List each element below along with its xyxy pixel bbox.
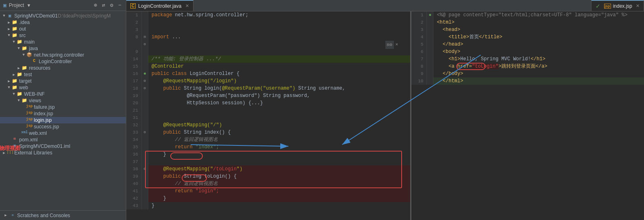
right-code-area[interactable]: 1 ● <%@ page contentType="text/html;char… xyxy=(411,11,644,220)
tree-label: SpringMVCDemo01.iml xyxy=(19,143,70,149)
tab-close-icon[interactable]: ✕ xyxy=(185,3,189,9)
tree-item-login-jsp[interactable]: ▶ jsp login.jsp xyxy=(0,117,126,123)
line-content: </body> xyxy=(433,70,644,77)
code-line: 34 // 返回逻辑视图名 xyxy=(126,136,410,143)
line-content: // 返回逻辑视图名 xyxy=(148,136,410,143)
gutter xyxy=(142,158,148,165)
code-line: 35 return "index"; xyxy=(126,143,410,151)
scratches-and-consoles[interactable]: ▶ ⚬ Scratches and Consoles xyxy=(0,210,126,220)
expand-arrow[interactable]: ▼ xyxy=(21,53,26,57)
tree-item-iml[interactable]: ▶ ▣ SpringMVCDemo01.iml xyxy=(0,143,126,150)
expand-arrow[interactable]: ▼ xyxy=(7,86,11,90)
expand-arrow[interactable]: ▶ xyxy=(7,79,11,84)
sidebar-header: ▣ Project ▼ ⊕ ⇄ ⚙ − xyxy=(0,0,126,11)
tree-item-logincontroller[interactable]: ▶ C LoginController xyxy=(0,58,126,65)
line-content: } xyxy=(148,195,410,202)
line-content xyxy=(148,107,410,114)
tree-item-success-jsp[interactable]: ▶ jsp success.jsp xyxy=(0,123,126,130)
gutter xyxy=(142,202,148,209)
line-number: 2 xyxy=(126,19,142,26)
import-close[interactable]: ✕ xyxy=(396,41,398,49)
tree-item-external-libraries[interactable]: ▶ ||| External Libraries xyxy=(0,150,126,156)
tree-item-out[interactable]: ▶ 📁 out xyxy=(0,26,126,32)
tree-item-src[interactable]: ▼ 📁 src xyxy=(0,32,126,39)
gutter: ● xyxy=(142,70,148,77)
code-line: 39 public String toLogin() { xyxy=(126,173,410,180)
tree-label: main xyxy=(24,39,35,45)
tree-item-webinf[interactable]: ▼ 📁 WEB-INF xyxy=(0,91,126,97)
line-number: 19 xyxy=(126,92,142,99)
gutter xyxy=(142,114,148,121)
folder-icon: 📁 xyxy=(21,65,28,71)
expand-arrow[interactable]: ▼ xyxy=(2,14,7,18)
tabs-bar: C LoginController.java ✕ ✓ jsp index.jsp… xyxy=(126,0,644,11)
tab-label: index.jsp xyxy=(613,3,632,9)
tree-item-java[interactable]: ▼ 📁 java xyxy=(0,45,126,52)
code-line: 4 <title>首页</title> xyxy=(411,33,644,41)
tree-item-test[interactable]: ▶ 📁 test xyxy=(0,71,126,78)
folder-icon: 📁 xyxy=(11,33,18,38)
expand-arrow[interactable]: ▶ xyxy=(3,213,8,218)
project-dropdown-icon[interactable]: ▼ xyxy=(26,3,31,8)
editor-area: C LoginController.java ✕ ✓ jsp index.jsp… xyxy=(126,0,644,220)
tree-item-index-jsp[interactable]: ▶ jsp index.jsp xyxy=(0,110,126,117)
scratches-label: Scratches and Consoles xyxy=(17,213,70,218)
add-file-icon[interactable]: ⊕ xyxy=(93,2,99,9)
import-icon[interactable]: m⚙ xyxy=(385,41,394,49)
expand-arrow[interactable]: ▶ xyxy=(16,66,21,70)
tree-item-failure-jsp[interactable]: ▶ jsp failure.jsp xyxy=(0,104,126,110)
line-content: </head> xyxy=(433,41,644,48)
tab-label: LoginController.java xyxy=(138,3,181,9)
tab-close-icon[interactable]: ✕ xyxy=(636,3,640,9)
line-content: package net.hw.spring.controller; xyxy=(148,11,410,19)
tree-item-package[interactable]: ▼ 📦 net.hw.spring.controller xyxy=(0,52,126,58)
gutter xyxy=(427,63,433,70)
code-line: 3 xyxy=(126,26,410,33)
expand-arrow[interactable]: ▼ xyxy=(16,46,21,51)
tree-item-pom-xml[interactable]: ▶ m pom.xml xyxy=(0,136,126,143)
tree-label: out xyxy=(19,26,26,32)
line-content xyxy=(148,158,410,165)
tab-indexjsp[interactable]: ✓ jsp index.jsp ✕ xyxy=(591,0,644,11)
package-icon: 📦 xyxy=(26,52,33,58)
tree-item-main[interactable]: ▼ 📁 main xyxy=(0,39,126,45)
tree-item-web-xml[interactable]: ▶ xml web.xml xyxy=(0,130,126,136)
expand-arrow[interactable]: ▼ xyxy=(7,33,11,37)
line-content: </html> xyxy=(433,77,644,85)
expand-arrow[interactable]: ▶ xyxy=(7,27,11,31)
expand-arrow[interactable]: ▶ xyxy=(11,73,16,77)
tree-label: target xyxy=(19,78,32,84)
expand-arrow[interactable]: ▶ xyxy=(7,20,11,25)
line-number: 1 xyxy=(126,11,142,19)
tree-item-springmvcdemo01[interactable]: ▼ ▣ SpringMVCDemo01 D:\IdeaProjects\Spri… xyxy=(0,13,126,19)
tab-logincontroller[interactable]: C LoginController.java ✕ xyxy=(126,0,193,11)
gutter xyxy=(142,92,148,99)
minimize-icon[interactable]: − xyxy=(117,2,123,9)
tree-item-web[interactable]: ▼ 📁 web xyxy=(0,84,126,91)
tree-item-views[interactable]: ▼ 📁 views xyxy=(0,97,126,104)
code-line: 2 xyxy=(126,19,410,26)
gutter xyxy=(427,77,433,85)
line-content: HttpSession session) {...} xyxy=(148,99,410,107)
expand-arrow[interactable]: ▼ xyxy=(16,99,21,103)
tree-item-idea[interactable]: ▶ 📁 .idea xyxy=(0,19,126,26)
line-content: @RequestMapping("/toLogin") xyxy=(148,165,410,173)
left-code-area[interactable]: 1 package net.hw.spring.controller; 2 3 xyxy=(126,11,410,220)
line-content: <html> xyxy=(433,19,644,26)
settings-icon[interactable]: ⚙ xyxy=(109,2,114,9)
expand-arrow[interactable]: ▼ xyxy=(11,92,16,96)
add-folder-icon[interactable]: ⇄ xyxy=(101,2,107,9)
line-number: 5 xyxy=(411,41,427,48)
expand-arrow[interactable]: ▼ xyxy=(11,40,16,44)
tree-item-target[interactable]: ▶ 📁 target xyxy=(0,78,126,84)
line-content: public String index() { xyxy=(148,129,410,136)
gutter xyxy=(142,195,148,202)
line-number: 38 xyxy=(126,165,142,173)
gutter xyxy=(142,173,148,180)
tree-label: login.jsp xyxy=(34,117,52,123)
gutter xyxy=(142,11,148,19)
gutter: ⚙ xyxy=(142,165,148,173)
sidebar-title: Project xyxy=(9,2,24,8)
expand-arrow[interactable]: ▶ xyxy=(2,151,7,155)
tree-item-resources[interactable]: ▶ 📁 resources xyxy=(0,65,126,71)
